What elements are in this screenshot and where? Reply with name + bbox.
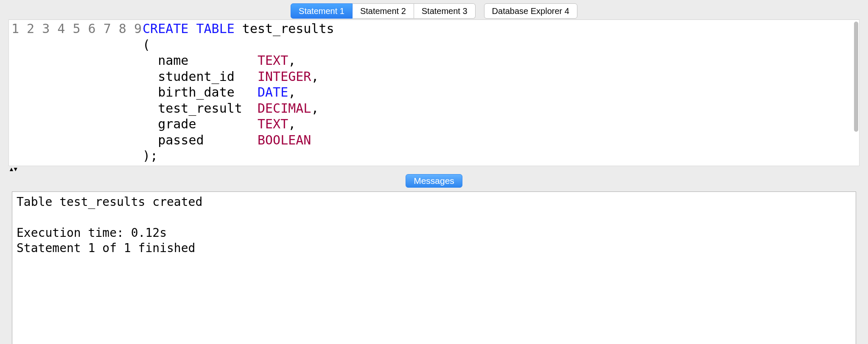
messages-panel[interactable]: Table test_results created Execution tim… xyxy=(12,191,856,344)
text-token: name xyxy=(143,53,258,68)
tab-messages[interactable]: Messages xyxy=(406,174,462,188)
text-token: passed xyxy=(143,133,258,147)
tab-database-explorer[interactable]: Database Explorer 4 xyxy=(484,3,577,19)
code-line: grade TEXT, xyxy=(143,116,853,132)
statement-tabbar: Statement 1 Statement 2 Statement 3 Data… xyxy=(0,0,868,19)
results-tabbar: Messages xyxy=(0,172,868,190)
text-token: grade xyxy=(143,117,258,131)
text-token: test_result xyxy=(143,101,258,116)
text-token: , xyxy=(288,85,296,100)
tab-statement-1[interactable]: Statement 1 xyxy=(291,3,353,19)
line-gutter: 1 2 3 4 5 6 7 8 9 xyxy=(9,20,143,166)
code-line: test_result DECIMAL, xyxy=(143,100,853,117)
text-token: student_id xyxy=(143,69,258,84)
type-token: TEXT xyxy=(258,117,288,131)
code-line: ); xyxy=(143,148,853,164)
sql-code-area[interactable]: CREATE TABLE test_results( name TEXT, st… xyxy=(143,20,853,166)
pane-splitter[interactable]: ▲▼ xyxy=(8,166,868,172)
text-token: ( xyxy=(143,37,150,52)
scroll-thumb[interactable] xyxy=(854,22,858,132)
type-token: INTEGER xyxy=(258,69,311,84)
app-root: Statement 1 Statement 2 Statement 3 Data… xyxy=(0,0,868,344)
text-token: , xyxy=(311,69,319,84)
type-token: TEXT xyxy=(258,53,288,68)
code-line: birth_date DATE, xyxy=(143,84,853,100)
text-token: ); xyxy=(143,148,158,163)
keyword-token: CREATE TABLE xyxy=(143,21,235,36)
sql-editor[interactable]: 1 2 3 4 5 6 7 8 9 CREATE TABLE test_resu… xyxy=(8,19,860,166)
code-line: passed BOOLEAN xyxy=(143,132,853,148)
type-token: BOOLEAN xyxy=(258,133,311,147)
tab-statement-2[interactable]: Statement 2 xyxy=(353,3,414,19)
tab-statement-3[interactable]: Statement 3 xyxy=(414,3,476,19)
text-token: , xyxy=(288,53,296,68)
text-token: test_results xyxy=(235,21,334,36)
code-line: name TEXT, xyxy=(143,53,853,69)
code-line: CREATE TABLE test_results xyxy=(143,21,853,37)
splitter-grip-icon: ▲▼ xyxy=(8,166,17,172)
keyword-token: DATE xyxy=(258,85,288,100)
editor-scrollbar[interactable] xyxy=(853,20,859,166)
code-line: student_id INTEGER, xyxy=(143,69,853,85)
statement-tab-group: Statement 1 Statement 2 Statement 3 Data… xyxy=(291,3,577,19)
text-token: birth_date xyxy=(143,85,258,100)
code-line: ( xyxy=(143,37,853,53)
text-token: , xyxy=(311,101,319,116)
text-token: , xyxy=(288,117,296,131)
type-token: DECIMAL xyxy=(258,101,311,116)
